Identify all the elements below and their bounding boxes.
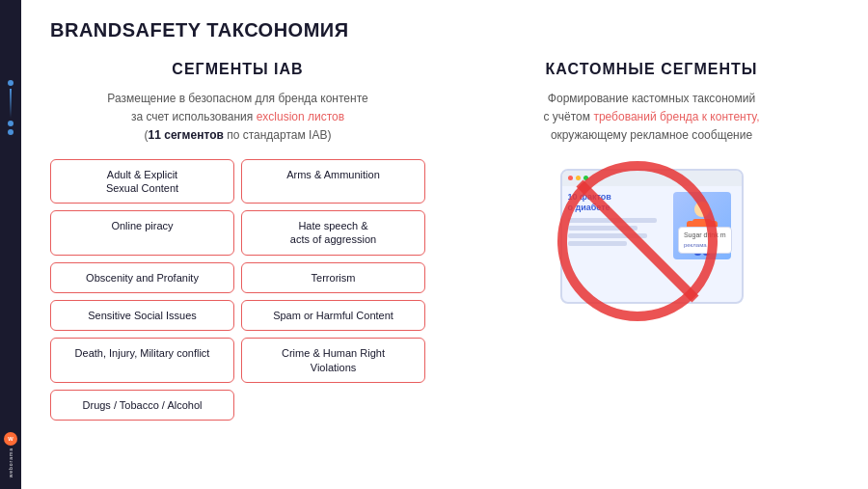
sidebar: w weborama [0, 0, 21, 489]
iab-desc-line2: за счет использования [131, 110, 253, 123]
segment-arms: Arms & Ammunition [241, 159, 425, 204]
illustration-container: 10 фактово диабете [464, 159, 839, 313]
segment-spam: Spam or Harmful Content [241, 300, 425, 331]
custom-description: Формирование кастомных таксономий с учёт… [464, 90, 839, 146]
main-content: BRANDSAFETY ТАКСОНОМИЯ СЕГМЕНТЫ IAB Разм… [21, 0, 868, 489]
custom-column: КАСТОМНЫЕ СЕГМЕНТЫ Формирование кастомны… [445, 61, 839, 421]
custom-section-title: КАСТОМНЫЕ СЕГМЕНТЫ [464, 61, 839, 78]
svg-line-7 [580, 183, 695, 299]
iab-desc-highlight: exclusion листов [257, 110, 344, 123]
iab-desc-bold: 11 сегментов [149, 128, 224, 142]
segment-hate: Hate speech &acts of aggression [241, 210, 425, 256]
iab-section-title: СЕГМЕНТЫ IAB [50, 61, 425, 78]
sidebar-logo: w weborama [4, 432, 17, 477]
segment-social: Sensitive Social Issues [50, 300, 234, 331]
custom-desc-line2: с учётом [544, 110, 591, 123]
segment-adult: Adult & ExplicitSexual Content [50, 159, 234, 204]
segment-obscenity: Obscenity and Profanity [50, 262, 234, 293]
segment-death: Death, Injury, Military conflict [50, 338, 234, 383]
segments-grid: Adult & ExplicitSexual Content Arms & Am… [50, 159, 425, 421]
weborama-icon: w [4, 432, 17, 446]
custom-desc-line3: окружающему рекламное сообщение [551, 128, 752, 142]
segment-piracy: Online piracy [50, 210, 234, 256]
iab-column: СЕГМЕНТЫ IAB Размещение в безопасном для… [50, 61, 445, 421]
iab-description: Размещение в безопасном для бренда конте… [50, 90, 425, 146]
browser-mockup: 10 фактово диабете [556, 159, 748, 313]
sidebar-logo-text: weborama [8, 448, 14, 477]
page-title: BRANDSAFETY ТАКСОНОМИЯ [50, 19, 839, 41]
columns-wrapper: СЕГМЕНТЫ IAB Размещение в безопасном для… [50, 61, 839, 421]
sidebar-decoration [0, 77, 21, 138]
custom-desc-line1: Формирование кастомных таксономий [548, 92, 755, 105]
iab-desc-line1: Размещение в безопасном для бренда конте… [107, 92, 367, 105]
custom-desc-highlight: требований бренда к контенту, [593, 110, 759, 123]
segment-terrorism: Terrorism [241, 262, 425, 293]
segment-drugs: Drugs / Tobacco / Alcohol [50, 390, 234, 421]
no-circle-overlay [556, 159, 719, 323]
segment-crime: Crime & Human RightViolations [241, 338, 425, 383]
iab-desc-end: по стандартам IAB) [224, 128, 332, 142]
